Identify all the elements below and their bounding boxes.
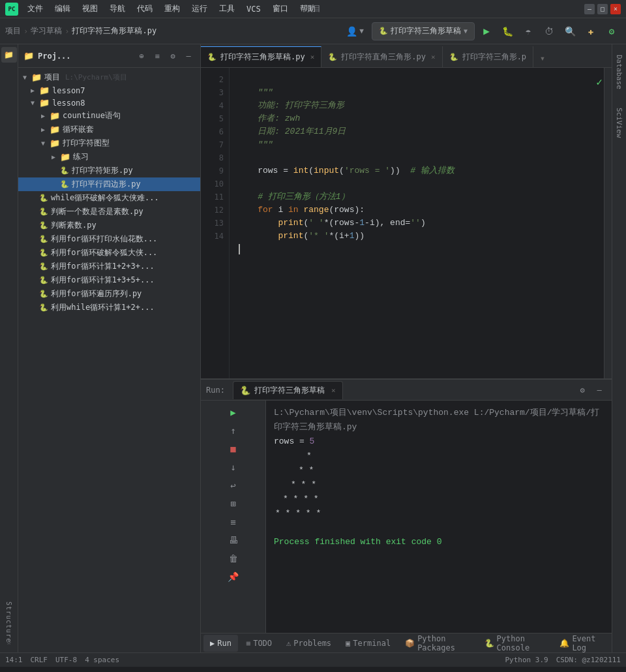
tree-practice-label: 练习 bbox=[73, 151, 89, 162]
tree-crack-file[interactable]: 🐍 利用for循环破解令狐大侠... bbox=[18, 246, 200, 260]
print-btn[interactable]: 🖶 bbox=[226, 532, 241, 548]
bottom-tab-terminal[interactable]: ▣ Terminal bbox=[339, 635, 397, 652]
project-sidebar-btn[interactable]: 📁 bbox=[1, 47, 17, 63]
sciview-panel-btn[interactable]: SciView bbox=[614, 105, 625, 140]
bottom-tab-todo[interactable]: ≡ TODO bbox=[239, 635, 278, 652]
database-panel-btn[interactable]: Database bbox=[614, 52, 625, 92]
bottom-tab-problems[interactable]: ⚠ Problems bbox=[280, 635, 338, 652]
py-file-icon: 🐍 bbox=[39, 194, 48, 202]
rerun-button[interactable]: ▶ bbox=[226, 405, 241, 420]
status-indent[interactable]: 4 spaces bbox=[85, 656, 119, 664]
tree-sum2-file[interactable]: 🐍 利用for循环计算1+3+5+... bbox=[18, 273, 200, 287]
menu-navigate[interactable]: 导航 bbox=[104, 2, 130, 16]
pin-btn[interactable]: 📌 bbox=[226, 569, 241, 585]
debug-button[interactable]: 🐛 bbox=[498, 22, 516, 40]
scroll-up-btn[interactable]: ↑ bbox=[226, 423, 241, 438]
settings-icon[interactable]: ⚙ bbox=[603, 22, 621, 40]
run-tab-close[interactable]: × bbox=[331, 386, 336, 395]
status-line-ending[interactable]: CRLF bbox=[31, 656, 48, 664]
tree-parallelogram-file[interactable]: ▶ 🐍 打印平行四边形.py bbox=[18, 177, 200, 191]
tree-countinue[interactable]: ▶ 📁 countinue语句 bbox=[18, 109, 200, 123]
breadcrumb-file[interactable]: 打印字符三角形草稿.py bbox=[72, 25, 156, 37]
search-button[interactable]: 🔍 bbox=[561, 22, 579, 40]
menu-file[interactable]: 文件 bbox=[22, 2, 48, 16]
tree-narcissus-file[interactable]: 🐍 利用for循环打印水仙花数... bbox=[18, 232, 200, 246]
status-encoding[interactable]: UTF-8 bbox=[55, 656, 77, 664]
menu-view[interactable]: 视图 bbox=[77, 2, 103, 16]
packages-icon: 📦 bbox=[405, 639, 415, 648]
project-locate-btn[interactable]: ⊕ bbox=[135, 50, 148, 63]
profile-button[interactable]: ⏱ bbox=[540, 22, 558, 40]
breadcrumb-folder[interactable]: 学习草稿 bbox=[31, 25, 62, 37]
run-button[interactable]: ▶ bbox=[477, 22, 496, 40]
run-config-btn[interactable]: 🐍 打印字符三角形草稿 ▼ bbox=[372, 22, 475, 40]
structure-sidebar-btn[interactable]: Structure bbox=[1, 615, 17, 630]
menu-window[interactable]: 窗口 bbox=[267, 2, 293, 16]
run-settings-btn[interactable]: ⚙ bbox=[575, 383, 589, 397]
menu-edit[interactable]: 编辑 bbox=[50, 2, 76, 16]
arrow-icon: ▶ bbox=[39, 112, 47, 119]
breadcrumb-project[interactable]: 项目 bbox=[5, 25, 21, 37]
todo-icon: ≡ bbox=[246, 639, 250, 648]
tab-close-btn[interactable]: × bbox=[310, 53, 315, 61]
folder-icon: 📁 bbox=[39, 85, 50, 95]
tab-close-btn[interactable]: × bbox=[431, 53, 436, 61]
tree-lesson7[interactable]: ▶ 📁 lesson7 bbox=[18, 84, 200, 97]
tab-py-icon: 🐍 bbox=[449, 53, 458, 61]
tree-root[interactable]: ▼ 📁 项目 L:\Pycharm\项目 bbox=[18, 70, 200, 84]
menu-vcs[interactable]: VCS bbox=[241, 3, 266, 15]
menu-code[interactable]: 代码 bbox=[132, 2, 158, 16]
python-version-text: Python 3.9 bbox=[505, 656, 548, 664]
code-content[interactable]: """ 功能: 打印字符三角形 作者: zwh 日期: 2021年11月9日 "… bbox=[230, 68, 604, 378]
bottom-tab-console[interactable]: 🐍 Python Console bbox=[478, 635, 552, 652]
menu-run[interactable]: 运行 bbox=[186, 2, 213, 16]
status-user[interactable]: CSDN: @z1202111 bbox=[556, 656, 621, 664]
minimize-button[interactable]: — bbox=[584, 4, 595, 14]
tree-traverse-file[interactable]: 🐍 利用for循环遍历序列.py bbox=[18, 287, 200, 301]
stop-button[interactable]: ■ bbox=[226, 441, 241, 457]
tree-prime1-file[interactable]: 🐍 判断一个数是否是素数.py bbox=[18, 205, 200, 219]
run-tab[interactable]: 🐍 打印字符三角形草稿 × bbox=[233, 381, 343, 399]
tab-right-triangle[interactable]: 🐍 打印字符直角三角形.py × bbox=[321, 46, 442, 67]
tree-rect-file[interactable]: ▶ 🐍 打印字符矩形.py bbox=[18, 164, 200, 177]
run-minimize-btn[interactable]: — bbox=[592, 383, 606, 397]
tab-triangle[interactable]: 🐍 打印字符三角形.p bbox=[443, 46, 533, 67]
tree-whilesum-file[interactable]: 🐍 利用while循环计算1+2+... bbox=[18, 301, 200, 314]
status-python[interactable]: Python 3.9 bbox=[505, 656, 548, 664]
menu-refactor[interactable]: 重构 bbox=[159, 2, 185, 16]
bottom-tab-run[interactable]: ▶ Run bbox=[203, 635, 238, 652]
tree-while-file[interactable]: 🐍 while循环破解令狐大侠难... bbox=[18, 191, 200, 205]
project-collapse-btn[interactable]: ≡ bbox=[151, 50, 164, 63]
project-settings-btn[interactable]: ⚙ bbox=[166, 50, 179, 63]
status-right: Python 3.9 CSDN: @z1202111 bbox=[505, 656, 621, 664]
tab-overflow-btn[interactable]: ▾ bbox=[533, 49, 552, 67]
maximize-button[interactable]: □ bbox=[597, 4, 608, 14]
editor-scrollbar[interactable] bbox=[604, 68, 612, 378]
coverage-button[interactable]: ☂ bbox=[519, 22, 537, 40]
wrap-btn[interactable]: ↩ bbox=[226, 478, 241, 493]
favorites-sidebar-btn[interactable]: ☆ bbox=[1, 634, 17, 650]
tab-triangle-draft[interactable]: 🐍 打印字符三角形草稿.py × bbox=[201, 46, 321, 67]
sort-btn[interactable]: ⊞ bbox=[226, 496, 241, 512]
tree-sum1-file[interactable]: 🐍 利用for循环计算1+2+3+... bbox=[18, 260, 200, 273]
tree-loop-nested[interactable]: ▶ 📁 循环嵌套 bbox=[18, 123, 200, 136]
py-file-icon: 🐍 bbox=[39, 262, 48, 271]
tree-lesson8[interactable]: ▼ 📁 lesson8 bbox=[18, 97, 200, 109]
git-btn[interactable]: ▼ bbox=[359, 27, 364, 35]
add-button[interactable]: ✚ bbox=[582, 22, 600, 40]
tree-practice[interactable]: ▶ 📁 练习 bbox=[18, 150, 200, 164]
close-button[interactable]: × bbox=[610, 4, 621, 14]
tree-prime2-file[interactable]: 🐍 判断素数.py bbox=[18, 219, 200, 232]
project-minimize-btn[interactable]: — bbox=[182, 50, 195, 63]
filter-btn[interactable]: ≡ bbox=[226, 514, 241, 530]
btm-tab-terminal-label: Terminal bbox=[353, 639, 391, 648]
scroll-down-btn[interactable]: ↓ bbox=[226, 459, 241, 475]
bottom-tab-packages[interactable]: 📦 Python Packages bbox=[398, 635, 476, 652]
menu-tools[interactable]: 工具 bbox=[214, 2, 240, 16]
code-editor[interactable]: 2 3 4 5 6 7 8 9 10 11 12 13 14 """ 功能: 打… bbox=[201, 68, 612, 378]
bottom-tab-eventlog[interactable]: 🔔 Event Log bbox=[553, 635, 609, 652]
delete-btn[interactable]: 🗑 bbox=[226, 551, 241, 566]
tree-print-chars[interactable]: ▼ 📁 打印字符图型 bbox=[18, 136, 200, 150]
status-line-col[interactable]: 14:1 bbox=[5, 656, 23, 664]
console-star-5: * * * * * bbox=[274, 506, 604, 521]
